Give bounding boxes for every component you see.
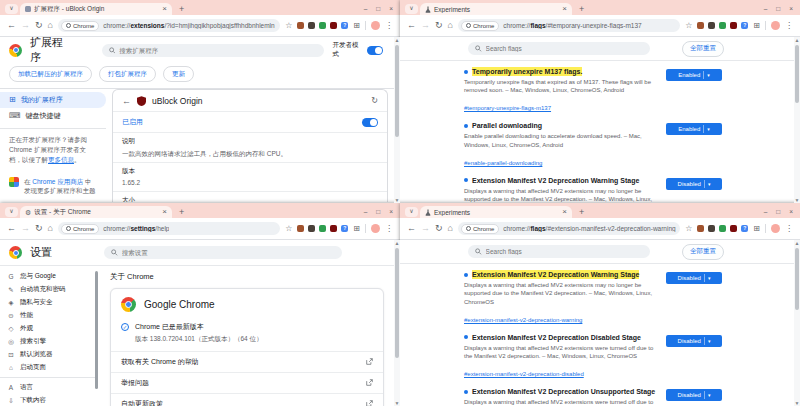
extensions-puzzle-icon[interactable]: ⊞ bbox=[353, 22, 360, 30]
scrollbar[interactable]: ▲▼ bbox=[394, 37, 400, 203]
back-icon[interactable]: ← bbox=[7, 21, 16, 30]
search-input[interactable] bbox=[119, 47, 317, 54]
scrollbar[interactable]: ▲▼ bbox=[394, 240, 400, 406]
flags-search[interactable] bbox=[468, 245, 650, 258]
minimize-button[interactable]: – bbox=[764, 5, 768, 12]
about-link-row[interactable]: 举报问题 bbox=[111, 372, 383, 393]
extension-icon-dark[interactable] bbox=[708, 22, 715, 29]
maximize-button[interactable]: □ bbox=[776, 5, 780, 12]
home-icon[interactable]: ⌂ bbox=[448, 224, 453, 233]
help-extension-icon[interactable]: ? bbox=[341, 22, 348, 29]
bookmark-star-icon[interactable]: ☆ bbox=[285, 21, 292, 30]
help-extension-icon[interactable]: ? bbox=[741, 22, 748, 29]
help-extension-icon[interactable]: ? bbox=[341, 225, 348, 232]
close-button[interactable]: × bbox=[389, 208, 393, 215]
tab-search-button[interactable]: ∨ bbox=[405, 4, 418, 14]
tab-close-icon[interactable]: × bbox=[562, 208, 567, 216]
flag-state-dropdown[interactable]: Disabled▾ bbox=[666, 389, 722, 401]
dev-action-button[interactable]: 更新 bbox=[163, 66, 194, 82]
search-flags-input[interactable] bbox=[486, 45, 643, 52]
learn-more-link[interactable]: 更多信息 bbox=[48, 156, 74, 163]
browser-tab[interactable]: Experiments × bbox=[420, 206, 572, 218]
webstore-link[interactable]: Chrome 应用商店 bbox=[32, 178, 83, 185]
profile-avatar[interactable] bbox=[371, 21, 380, 30]
reload-icon[interactable]: ↻ bbox=[35, 224, 43, 233]
new-tab-button[interactable]: + bbox=[179, 208, 184, 217]
browser-tab[interactable]: 扩展程序 - uBlock Origin × bbox=[20, 3, 172, 15]
close-button[interactable]: × bbox=[789, 208, 793, 215]
settings-sidebar-item[interactable]: ⊙ 性能 bbox=[0, 309, 98, 322]
dev-mode-toggle[interactable] bbox=[367, 46, 383, 55]
minimize-button[interactable]: – bbox=[364, 208, 368, 215]
settings-sidebar-item[interactable]: G 您与 Google bbox=[0, 270, 98, 283]
profile-avatar[interactable] bbox=[371, 224, 380, 233]
close-button[interactable]: × bbox=[389, 5, 393, 12]
bookmark-star-icon[interactable]: ☆ bbox=[685, 21, 692, 30]
sidebar-item[interactable]: ⊞ 我的扩展程序 bbox=[0, 92, 106, 108]
ublock-toolbar-icon[interactable] bbox=[730, 225, 737, 232]
tab-close-icon[interactable]: × bbox=[562, 5, 567, 13]
flag-anchor-link[interactable]: #temporary-unexpire-flags-m137 bbox=[464, 105, 551, 111]
profile-avatar[interactable] bbox=[771, 21, 780, 30]
settings-sidebar-item[interactable]: ⌂ 启动页面 bbox=[0, 361, 98, 374]
ublock-toolbar-icon[interactable] bbox=[330, 225, 337, 232]
origin-chip[interactable]: Chrome bbox=[461, 21, 499, 31]
tab-search-button[interactable]: ∨ bbox=[405, 207, 418, 217]
forward-icon[interactable]: → bbox=[21, 224, 30, 233]
back-icon[interactable]: ← bbox=[7, 224, 16, 233]
browser-tab[interactable]: Experiments × bbox=[420, 3, 572, 15]
extension-icon-green[interactable] bbox=[719, 22, 726, 29]
address-bar[interactable]: Chrome chrome://flags/#extension-manifes… bbox=[458, 222, 680, 235]
flags-search[interactable] bbox=[468, 42, 650, 55]
address-bar[interactable]: Chrome chrome://flags/#temporary-unexpir… bbox=[458, 19, 680, 32]
settings-sidebar-item[interactable]: ⊡ 默认浏览器 bbox=[0, 348, 98, 361]
extensions-puzzle-icon[interactable]: ⊞ bbox=[753, 225, 760, 233]
extension-icon-brown[interactable] bbox=[697, 225, 704, 232]
dev-action-button[interactable]: 打包扩展程序 bbox=[99, 66, 156, 82]
tab-close-icon[interactable]: × bbox=[162, 5, 167, 13]
extension-icon-dark[interactable] bbox=[308, 225, 315, 232]
minimize-button[interactable]: – bbox=[364, 5, 368, 12]
extensions-puzzle-icon[interactable]: ⊞ bbox=[753, 22, 760, 30]
reload-icon[interactable]: ↻ bbox=[435, 21, 443, 30]
origin-chip[interactable]: Chrome bbox=[461, 224, 499, 234]
tab-search-button[interactable]: ∨ bbox=[5, 207, 18, 217]
flag-state-dropdown[interactable]: Enabled▾ bbox=[666, 69, 722, 81]
back-icon[interactable]: ← bbox=[407, 21, 416, 30]
extensions-search[interactable] bbox=[102, 44, 325, 57]
extension-icon-brown[interactable] bbox=[297, 22, 304, 29]
help-extension-icon[interactable]: ? bbox=[741, 225, 748, 232]
about-link-row[interactable]: 获取有关 Chrome 的帮助 bbox=[111, 351, 383, 372]
search-flags-input[interactable] bbox=[486, 248, 643, 255]
address-bar[interactable]: Chrome chrome://settings/help bbox=[58, 222, 280, 235]
extension-icon-brown[interactable] bbox=[297, 225, 304, 232]
menu-kebab-icon[interactable]: ⋮ bbox=[385, 21, 393, 30]
home-icon[interactable]: ⌂ bbox=[48, 21, 53, 30]
settings-sidebar-item[interactable]: ⇩ 下载内容 bbox=[0, 394, 98, 406]
extensions-puzzle-icon[interactable]: ⊞ bbox=[353, 225, 360, 233]
settings-sidebar-item[interactable]: A 语言 bbox=[0, 381, 98, 394]
reload-icon[interactable]: ↻ bbox=[435, 224, 443, 233]
bookmark-star-icon[interactable]: ☆ bbox=[285, 224, 292, 233]
extension-icon-dark[interactable] bbox=[308, 22, 315, 29]
tab-search-button[interactable]: ∨ bbox=[5, 4, 18, 14]
extension-icon-dark[interactable] bbox=[708, 225, 715, 232]
settings-sidebar-item[interactable]: ✎ 自动填充和密码 bbox=[0, 283, 98, 296]
back-icon[interactable]: ← bbox=[407, 224, 416, 233]
reload-icon[interactable]: ↻ bbox=[35, 21, 43, 30]
profile-avatar[interactable] bbox=[771, 224, 780, 233]
maximize-button[interactable]: □ bbox=[776, 208, 780, 215]
settings-search[interactable] bbox=[104, 246, 342, 259]
reset-all-button[interactable]: 全部重置 bbox=[682, 244, 724, 260]
ublock-toolbar-icon[interactable] bbox=[330, 22, 337, 29]
origin-chip[interactable]: Chrome bbox=[61, 21, 99, 31]
minimize-button[interactable]: – bbox=[764, 208, 768, 215]
new-tab-button[interactable]: + bbox=[579, 5, 584, 14]
flag-state-dropdown[interactable]: Enabled▾ bbox=[666, 123, 722, 135]
extension-enabled-toggle[interactable] bbox=[362, 118, 378, 127]
flag-state-dropdown[interactable]: Disabled▾ bbox=[666, 178, 722, 190]
settings-sidebar-item[interactable]: ◎ 搜索引擎 bbox=[0, 335, 98, 348]
home-icon[interactable]: ⌂ bbox=[48, 224, 53, 233]
flag-state-dropdown[interactable]: Disabled▾ bbox=[666, 272, 722, 284]
flag-anchor-link[interactable]: #enable-parallel-downloading bbox=[464, 160, 542, 166]
